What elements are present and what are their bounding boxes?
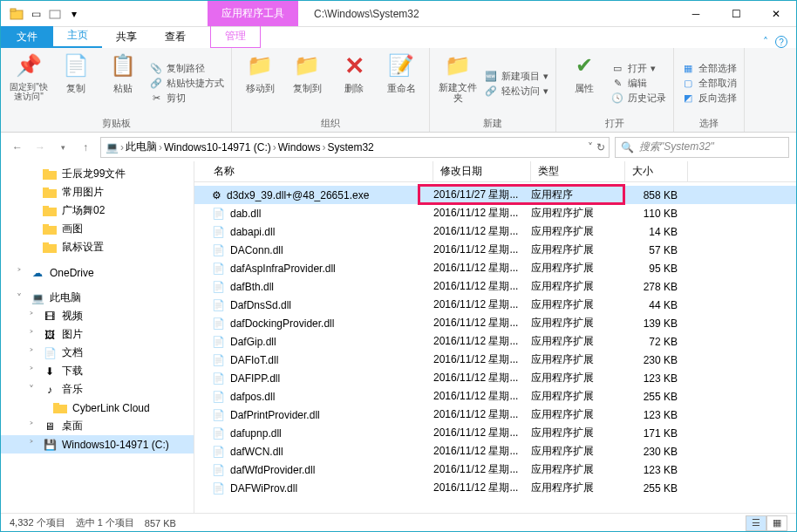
file-row[interactable]: 📄dafBth.dll2016/11/12 星期...应用程序扩展278 KB — [194, 277, 796, 296]
forward-button[interactable]: → — [31, 141, 50, 153]
qat-dropdown-icon[interactable]: ▾ — [65, 5, 83, 23]
sidebar-item[interactable]: 画图 — [1, 220, 194, 238]
edit-button[interactable]: ✎编辑 — [610, 77, 666, 90]
tab-share[interactable]: 共享 — [102, 26, 151, 48]
history-button[interactable]: 🕓历史记录 — [610, 92, 666, 105]
file-row[interactable]: 📄dafAspInfraProvider.dll2016/11/12 星期...… — [194, 259, 796, 277]
close-button[interactable]: ✕ — [756, 1, 796, 27]
sidebar[interactable]: 壬辰龙99文件常用图片广场舞02画图鼠标设置˃☁OneDrive˅💻此电脑˃🎞视… — [1, 161, 194, 513]
file-row[interactable]: 📄dab.dll2016/11/12 星期...应用程序扩展110 KB — [194, 204, 796, 222]
file-icon: 📄 — [212, 409, 225, 421]
crumb-2[interactable]: Windows — [278, 141, 321, 153]
pin-quickaccess-button[interactable]: 📌固定到"快速访问" — [8, 51, 50, 115]
crumb-3[interactable]: System32 — [327, 141, 373, 153]
file-row[interactable]: 📄DAFIPP.dll2016/11/12 星期...应用程序扩展123 KB — [194, 369, 796, 387]
crumb-1[interactable]: Windows10-14971 (C:) — [164, 141, 271, 153]
file-row[interactable]: 📄DafDnsSd.dll2016/11/12 星期...应用程序扩展44 KB — [194, 296, 796, 314]
file-row[interactable]: 📄dafDockingProvider.dll2016/11/12 星期...应… — [194, 314, 796, 332]
tab-view[interactable]: 查看 — [151, 26, 200, 48]
ribbon: 📌固定到"快速访问" 📄复制 📋粘贴 📎复制路径 🔗粘贴快捷方式 ✂剪切 剪贴板… — [1, 48, 796, 133]
select-all-button[interactable]: ▦全部选择 — [681, 62, 737, 75]
copy-button[interactable]: 📄复制 — [55, 51, 97, 115]
sidebar-item[interactable]: ˃📄文档 — [1, 344, 194, 362]
sidebar-item[interactable]: ˃🖥桌面 — [1, 417, 194, 435]
view-icons-button[interactable]: ▦ — [766, 515, 787, 531]
crumb-0[interactable]: 此电脑 — [126, 140, 157, 154]
copy-to-button[interactable]: 📁复制到 — [286, 51, 328, 115]
history-icon: 🕓 — [610, 92, 624, 104]
col-type[interactable]: 类型 — [531, 161, 625, 181]
select-none-button[interactable]: ▢全部取消 — [681, 77, 737, 90]
breadcrumb-dropdown[interactable]: ˅ — [588, 141, 593, 153]
collapse-ribbon-icon[interactable]: ˄ — [763, 36, 768, 48]
view-details-button[interactable]: ☰ — [746, 515, 766, 531]
open-button[interactable]: ▭打开▾ — [610, 62, 666, 75]
file-row[interactable]: 📄dafWCN.dll2016/11/12 星期...应用程序扩展230 KB — [194, 442, 796, 460]
sidebar-item[interactable]: 常用图片 — [1, 183, 194, 201]
tab-file[interactable]: 文件 — [1, 26, 53, 48]
file-row[interactable]: 📄dabapi.dll2016/11/12 星期...应用程序扩展14 KB — [194, 222, 796, 241]
sidebar-item[interactable]: ˃🎞视频 — [1, 307, 194, 325]
col-size[interactable]: 大小 — [625, 161, 688, 181]
file-row[interactable]: 📄dafpos.dll2016/11/12 星期...应用程序扩展255 KB — [194, 387, 796, 406]
breadcrumb[interactable]: 💻 › 此电脑› Windows10-14971 (C:)› Windows› … — [100, 137, 610, 158]
paste-shortcut-button[interactable]: 🔗粘贴快捷方式 — [149, 77, 224, 90]
new-folder-button[interactable]: 📁新建文件夹 — [437, 51, 479, 115]
maximize-button[interactable]: ☐ — [716, 1, 756, 27]
sidebar-item[interactable]: ˃⬇下载 — [1, 362, 194, 380]
delete-button[interactable]: ✕删除 — [333, 51, 375, 115]
sidebar-item[interactable]: ˅♪音乐 — [1, 380, 194, 399]
group-clipboard-label: 剪贴板 — [8, 115, 224, 130]
open-icon: ▭ — [610, 63, 624, 74]
up-button[interactable]: ↑ — [76, 141, 95, 153]
file-row[interactable]: ⚙d3dx9_39.dll+@48_26651.exe2016/11/27 星期… — [194, 186, 796, 204]
tab-manage[interactable]: 管理 — [210, 25, 261, 48]
qat-properties-icon[interactable]: ▭ — [27, 5, 44, 23]
file-row[interactable]: 📄DafPrintProvider.dll2016/11/12 星期...应用程… — [194, 406, 796, 424]
invert-selection-button[interactable]: ◩反向选择 — [681, 92, 737, 105]
sidebar-item[interactable]: ˅💻此电脑 — [1, 289, 194, 307]
svg-rect-2 — [50, 10, 60, 18]
sidebar-item[interactable]: CyberLink Cloud — [1, 399, 194, 417]
group-new-label: 新建 — [437, 115, 548, 130]
file-row[interactable]: 📄DAConn.dll2016/11/12 星期...应用程序扩展57 KB — [194, 241, 796, 259]
minimize-button[interactable]: ─ — [676, 1, 716, 27]
file-row[interactable]: 📄DAFIoT.dll2016/11/12 星期...应用程序扩展230 KB — [194, 351, 796, 369]
paste-button[interactable]: 📋粘贴 — [102, 51, 144, 115]
new-item-button[interactable]: 🆕新建项目▾ — [484, 70, 548, 83]
file-icon: 📄 — [212, 372, 225, 385]
properties-button[interactable]: ✔属性 — [563, 51, 605, 115]
recent-dropdown[interactable]: ▾ — [53, 143, 72, 152]
music-icon: ♪ — [43, 383, 57, 397]
refresh-button[interactable]: ↻ — [596, 141, 605, 153]
paste-icon: 📋 — [109, 51, 137, 79]
file-icon: 📄 — [212, 244, 225, 256]
col-date[interactable]: 修改日期 — [433, 161, 531, 181]
column-header[interactable]: 名称 修改日期 类型 大小 — [194, 161, 796, 182]
sidebar-item[interactable]: 鼠标设置 — [1, 238, 194, 256]
tab-home[interactable]: 主页 — [53, 24, 102, 48]
file-row[interactable]: 📄DafGip.dll2016/11/12 星期...应用程序扩展72 KB — [194, 332, 796, 351]
col-name[interactable]: 名称 — [207, 161, 433, 181]
sidebar-item[interactable]: ˃🖼图片 — [1, 325, 194, 344]
back-button[interactable]: ← — [8, 141, 27, 153]
help-icon[interactable]: ? — [775, 36, 787, 48]
file-row[interactable]: 📄dafWfdProvider.dll2016/11/12 星期...应用程序扩… — [194, 460, 796, 479]
file-row[interactable]: 📄dafupnp.dll2016/11/12 星期...应用程序扩展171 KB — [194, 424, 796, 442]
sidebar-item[interactable]: ˃☁OneDrive — [1, 263, 194, 282]
qat-new-folder-icon[interactable] — [46, 5, 64, 23]
move-to-button[interactable]: 📁移动到 — [239, 51, 281, 115]
cut-button[interactable]: ✂剪切 — [149, 92, 224, 105]
window-title-path: C:\Windows\System32 — [314, 8, 419, 20]
file-list[interactable]: ⚙d3dx9_39.dll+@48_26651.exe2016/11/27 星期… — [194, 182, 796, 513]
sidebar-item[interactable]: 广场舞02 — [1, 201, 194, 220]
sidebar-item[interactable]: ˃💾Windows10-14971 (C:) — [1, 435, 194, 454]
copy-path-button[interactable]: 📎复制路径 — [149, 62, 224, 75]
newitem-icon: 🆕 — [484, 71, 498, 82]
sidebar-item[interactable]: 壬辰龙99文件 — [1, 165, 194, 183]
search-input[interactable]: 🔍 搜索"System32" — [615, 137, 789, 158]
doc-icon: 📄 — [43, 346, 57, 360]
easy-access-button[interactable]: 🔗轻松访问▾ — [484, 85, 548, 98]
rename-button[interactable]: 📝重命名 — [380, 51, 422, 115]
file-row[interactable]: 📄DAFWiProv.dll2016/11/12 星期...应用程序扩展255 … — [194, 479, 796, 497]
